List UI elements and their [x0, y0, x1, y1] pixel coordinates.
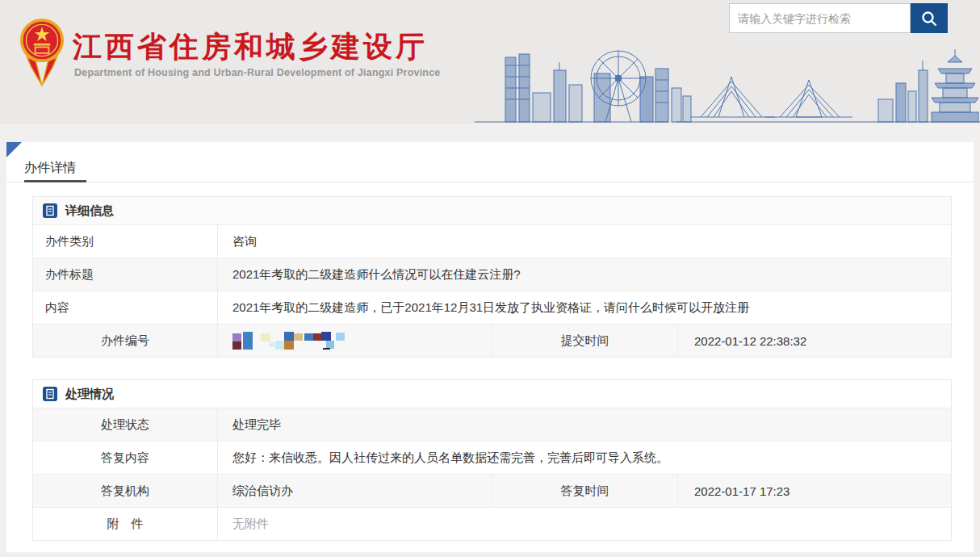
row-label-attachment: 附 件: [33, 508, 217, 540]
table-row: 答复内容 您好：来信收悉。因人社传过来的人员名单数据还需完善，完善后即可导入系统…: [33, 441, 951, 474]
row-label-agency: 答复机构: [33, 475, 217, 507]
section-detail-title: 详细信息: [65, 203, 114, 219]
table-row: 办件编号 提交时间 2022-01-12 22:38:32: [33, 324, 951, 357]
table-row: 处理状态 处理完毕: [33, 408, 951, 441]
row-label-status: 处理状态: [33, 408, 217, 441]
table-row: 附 件 无附件: [33, 507, 951, 540]
section-detail-info: 详细信息 办件类别 咨询 办件标题 2021年考取的二级建造师什么情况可以在住建…: [32, 196, 952, 358]
row-label-reply-time: 答复时间: [492, 475, 677, 507]
row-value-content: 2021年考取的二级建造师，已于2021年12月31日发放了执业资格证，请问什么…: [217, 291, 951, 324]
table-row: 内容 2021年考取的二级建造师，已于2021年12月31日发放了执业资格证，请…: [33, 291, 951, 324]
row-value-type: 咨询: [217, 225, 951, 258]
section-detail-header: 详细信息: [33, 197, 951, 224]
row-value-status: 处理完毕: [217, 408, 951, 441]
row-value-reply-time: 2022-01-17 17:23: [677, 475, 953, 507]
section-process-header: 处理情况: [33, 380, 951, 408]
search-icon: [920, 10, 938, 27]
tab-item-detail[interactable]: 办件详情: [24, 160, 76, 177]
search-button[interactable]: [911, 3, 948, 33]
censored-case-number-mosaic: [232, 331, 347, 350]
table-row: 办件标题 2021年考取的二级建造师什么情况可以在住建云注册?: [33, 258, 951, 291]
row-value-case-number: [217, 325, 492, 357]
section-process-title: 处理情况: [65, 387, 114, 402]
row-value-submit-time: 2022-01-12 22:38:32: [677, 325, 953, 357]
city-skyline-illustration: [475, 46, 980, 124]
row-label-case-number: 办件编号: [33, 325, 217, 357]
table-row: 答复机构 综治信访办 答复时间 2022-01-17 17:23: [33, 474, 951, 507]
row-value-reply: 您好：来信收悉。因人社传过来的人员名单数据还需完善，完善后即可导入系统。: [217, 442, 951, 474]
page: 江西省住房和城乡建设厅 Department of Housing and Ur…: [0, 0, 980, 557]
tab-active-underline: [24, 180, 86, 182]
section-process-status: 处理情况 处理状态 处理完毕 答复内容 您好：来信收悉。因人社传过来的人员名单数…: [32, 379, 952, 541]
content-panel: 办件详情 详细信息 办件类别 咨询 办件标题 2021年考取的二级建造师什么情况: [6, 142, 974, 552]
row-value-attachment: 无附件: [217, 508, 951, 540]
row-label-title: 办件标题: [33, 258, 217, 291]
document-icon: [43, 203, 57, 218]
national-emblem-logo: [19, 16, 65, 87]
corner-triangle-decoration: [6, 142, 22, 157]
search-bar: [729, 3, 948, 33]
document-icon: [43, 387, 57, 401]
table-row: 办件类别 咨询: [33, 224, 951, 258]
row-label-reply: 答复内容: [33, 442, 217, 474]
search-input[interactable]: [729, 3, 911, 33]
row-value-agency: 综治信访办: [217, 475, 492, 507]
site-header: 江西省住房和城乡建设厅 Department of Housing and Ur…: [0, 0, 980, 124]
row-label-type: 办件类别: [33, 225, 217, 258]
site-subtitle: Department of Housing and Urban-Rural De…: [74, 67, 440, 78]
row-label-content: 内容: [33, 291, 217, 324]
row-value-title: 2021年考取的二级建造师什么情况可以在住建云注册?: [217, 258, 951, 291]
site-title: 江西省住房和城乡建设厅: [73, 27, 428, 67]
row-label-submit-time: 提交时间: [492, 325, 677, 357]
tab-divider-rule: [6, 182, 974, 182]
